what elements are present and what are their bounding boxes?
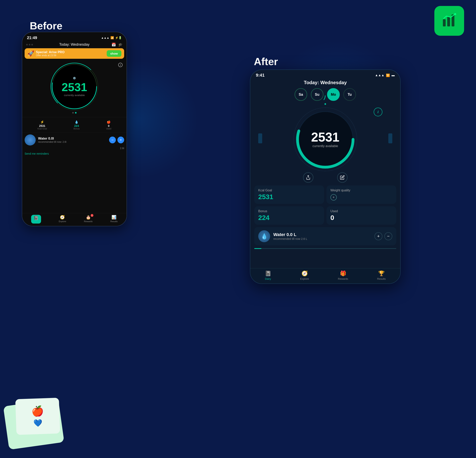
battery-icon: ⚡🔋 [115, 36, 122, 39]
used-card[interactable]: Used 0 [326, 206, 396, 225]
before-header-icons: 📅 🎓 [111, 43, 123, 47]
after-header-title: Today: Wednesday [250, 78, 400, 87]
left-handle [258, 133, 262, 143]
info-circle-button: i [374, 108, 382, 116]
before-nav-rewards[interactable]: 🎂 Rewards 1 [84, 215, 93, 224]
after-ring-section: i 2531 currently available [250, 106, 400, 171]
bonus-card-value: 224 [258, 214, 320, 221]
pagination-dot [324, 103, 326, 105]
after-nav-results[interactable]: 🏆 Results [377, 270, 386, 280]
before-nav-results[interactable]: 📊 Results [110, 215, 118, 224]
weight-quality-plus[interactable]: + [331, 194, 337, 201]
day-mo[interactable]: Mo [327, 88, 340, 101]
before-nav-explore[interactable]: 🧭 Explore [59, 215, 66, 224]
bonus-icon: 💧 [75, 120, 78, 124]
calendar-icon[interactable]: 📅 [111, 43, 116, 47]
water-minus-button[interactable]: − [109, 137, 116, 143]
diary-icon: 📓 [34, 216, 38, 220]
water-subtitle: recommended till now: 2.6l [38, 141, 67, 143]
after-nav-explore[interactable]: 🧭 Explore [300, 270, 309, 280]
ring-info-button[interactable]: i [374, 108, 382, 116]
dot-nav-2[interactable] [75, 112, 76, 114]
after-water-buttons: + − [374, 232, 392, 240]
svg-point-7 [311, 89, 325, 102]
results-label: Results [110, 220, 118, 222]
promo-text: Special: Arise PRO Offer ends at 23:59 [36, 50, 64, 57]
after-nav-rewards[interactable]: 🎁 Rewards [338, 270, 348, 280]
after-calorie-ring: 2531 currently available [296, 110, 355, 169]
dot-1 [26, 44, 28, 45]
water-text: Water 0.0l recommended till now: 2.6l [38, 137, 67, 143]
promo-banner[interactable]: 🚀 Special: Arise PRO Offer ends at 23:59… [25, 48, 124, 59]
after-label: After [254, 56, 278, 68]
after-rewards-icon: 🎁 [340, 270, 346, 277]
logo-icon [441, 13, 457, 29]
svg-rect-1 [447, 17, 450, 26]
diary-label: Diary [34, 220, 39, 223]
logo-badge [434, 6, 464, 36]
reminder-text[interactable]: Send me reminders [22, 150, 127, 157]
before-water-section: Water 0.0l recommended till now: 2.6l − … [25, 134, 124, 146]
ring-inner: 2531 currently available [301, 115, 349, 163]
signal-icon: ▲▲▲ [101, 36, 109, 39]
water-drop-icon: 💧 [258, 230, 270, 242]
ring-pagination [250, 103, 400, 105]
after-water-subtitle: recommended till now 2.6 L [273, 237, 307, 240]
bonus-card[interactable]: Bonus 224 [254, 206, 324, 225]
right-handle [388, 133, 392, 143]
su-arc-svg [311, 88, 326, 103]
before-nav-diary[interactable]: 📓 Diary [31, 215, 41, 224]
after-wifi-icon: 🛜 [386, 73, 390, 77]
water-title: Water 0.0l [38, 137, 67, 141]
after-bottom-nav: 📓 Dairy 🧭 Explore 🎁 Rewards 🏆 Results [250, 268, 400, 283]
after-explore-label: Explore [300, 277, 309, 280]
graduation-icon[interactable]: 🎓 [118, 43, 123, 47]
before-status-bar: 21:49 ▲▲▲ 📶 ⚡🔋 [22, 32, 127, 41]
rewards-label: Rewards [84, 220, 93, 222]
kcal-goal-card-value: 2531 [258, 193, 320, 201]
after-nav-dairy[interactable]: 📓 Dairy [265, 270, 271, 280]
water-plus-button[interactable]: + [117, 137, 124, 143]
after-water-plus-button[interactable]: + [374, 232, 382, 240]
promo-title: Special: Arise PRO [36, 50, 64, 54]
wifi-icon: 📶 [110, 36, 114, 39]
after-calories: 2531 [311, 131, 339, 143]
share-button[interactable] [303, 172, 313, 183]
after-rewards-label: Rewards [338, 277, 348, 280]
used-card-label: Used [331, 210, 392, 213]
after-signal-icon: ▲▲▲ [375, 73, 384, 77]
used-item: 🍎 0 Used [106, 120, 111, 130]
used-label: Used [106, 127, 111, 130]
dairy-nav-icon: 📓 [265, 270, 271, 277]
day-mo-label: Mo [331, 93, 336, 97]
before-label: Before [30, 20, 62, 32]
promo-subtitle: Offer ends at 23:59 [36, 54, 64, 57]
sa-arc-svg [295, 88, 310, 103]
edit-button[interactable] [337, 172, 348, 183]
info-circle-icon: i [118, 63, 123, 67]
after-explore-icon: 🧭 [301, 270, 308, 277]
weight-quality-card[interactable]: Weight quality + [326, 185, 396, 204]
svg-point-3 [454, 13, 456, 15]
water-progress-bar [254, 248, 396, 249]
kcal-goal-card[interactable]: Kcal Goal 2531 [254, 185, 324, 204]
water-amount-bar: 2.6l [25, 147, 124, 150]
weight-quality-label: Weight quality [331, 189, 350, 192]
before-dots [26, 44, 33, 45]
svg-point-6 [295, 89, 309, 102]
water-buttons: − + [109, 137, 124, 143]
ring-info-icon[interactable]: i [118, 63, 123, 67]
water-image [25, 134, 36, 146]
day-tu[interactable]: Tu [343, 88, 356, 101]
after-phone: 9:41 ▲▲▲ 🛜 ▬ Today: Wednesday Sa Su Mo T… [250, 70, 401, 284]
day-su[interactable]: Su [311, 88, 323, 101]
kcal-goal-value: 2531 [39, 124, 45, 127]
day-sa[interactable]: Sa [295, 88, 307, 101]
promo-show-button[interactable]: show [107, 50, 121, 57]
after-water-minus-button[interactable]: − [384, 232, 392, 240]
after-battery-icon: ▬ [391, 73, 395, 77]
used-icon: 🍎 [107, 120, 111, 124]
rewards-badge: 1 [91, 214, 94, 217]
deco-apple-icon: 🍎 [31, 405, 44, 417]
dot-2 [29, 44, 30, 45]
